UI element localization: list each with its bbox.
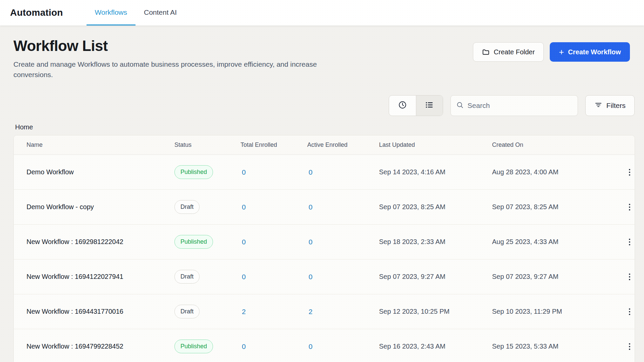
last-updated-date: Sep 18 2023, 2:33 AM xyxy=(379,238,492,246)
column-header-created-on: Created On xyxy=(492,141,613,148)
page-header: Workflow List Create and manage Workflow… xyxy=(0,25,644,80)
created-on-date: Sep 10 2023, 11:29 PM xyxy=(492,308,613,315)
table-row[interactable]: New Workflow : 1694122027941 Draft 0 0 S… xyxy=(14,259,635,294)
workflow-name[interactable]: Demo Workflow - copy xyxy=(14,203,174,211)
last-updated-date: Sep 14 2023, 4:16 AM xyxy=(379,168,492,176)
clock-icon xyxy=(398,101,407,111)
status-badge: Published xyxy=(174,235,213,249)
column-header-name: Name xyxy=(14,141,174,148)
row-actions-menu-icon[interactable] xyxy=(623,341,635,353)
table-row[interactable]: Demo Workflow Published 0 0 Sep 14 2023,… xyxy=(14,155,635,190)
active-enrolled-count[interactable]: 0 xyxy=(307,273,379,281)
created-on-date: Sep 15 2023, 5:33 AM xyxy=(492,343,613,350)
create-workflow-label: Create Workflow xyxy=(568,48,621,56)
created-on-date: Sep 07 2023, 9:27 AM xyxy=(492,273,613,281)
list-icon xyxy=(425,101,434,111)
row-actions-menu-icon[interactable] xyxy=(623,166,635,178)
row-actions-menu-icon[interactable] xyxy=(623,236,635,248)
status-badge: Published xyxy=(174,165,213,179)
search-input[interactable] xyxy=(468,102,572,110)
active-enrolled-count[interactable]: 0 xyxy=(307,168,379,176)
tab-workflows-label: Workflows xyxy=(95,8,127,16)
column-header-active-enrolled: Active Enrolled xyxy=(307,141,379,148)
table-row[interactable]: New Workflow : 1694799228452 Published 0… xyxy=(14,329,635,362)
create-folder-label: Create Folder xyxy=(494,48,535,56)
search-box xyxy=(450,95,578,116)
workflow-list-page: Workflow List Create and manage Workflow… xyxy=(0,25,644,362)
status-badge: Draft xyxy=(174,305,200,318)
status-cell: Published xyxy=(174,340,240,353)
last-updated-date: Sep 07 2023, 9:27 AM xyxy=(379,273,492,281)
table-row[interactable]: New Workflow : 1694431770016 Draft 2 2 S… xyxy=(14,294,635,329)
row-actions-menu-icon[interactable] xyxy=(623,201,635,213)
active-enrolled-count[interactable]: 2 xyxy=(307,308,379,316)
row-actions-menu-icon[interactable] xyxy=(623,306,635,318)
workflow-name[interactable]: New Workflow : 1694799228452 xyxy=(14,343,174,350)
last-updated-date: Sep 07 2023, 8:25 AM xyxy=(379,203,492,211)
workflow-name[interactable]: New Workflow : 1692981222042 xyxy=(14,238,174,246)
create-workflow-button[interactable]: + Create Workflow xyxy=(550,42,630,62)
create-folder-button[interactable]: Create Folder xyxy=(473,42,544,62)
tab-content-ai-label: Content AI xyxy=(144,8,177,16)
table-row[interactable]: New Workflow : 1692981222042 Published 0… xyxy=(14,225,635,259)
page-title: Workflow List xyxy=(13,38,329,54)
history-view-button[interactable] xyxy=(389,96,416,116)
total-enrolled-count[interactable]: 2 xyxy=(240,308,307,316)
search-icon xyxy=(456,101,464,110)
filters-label: Filters xyxy=(606,102,626,110)
tab-content-ai[interactable]: Content AI xyxy=(136,0,185,25)
total-enrolled-count[interactable]: 0 xyxy=(240,273,307,281)
workflow-table: Name Status Total Enrolled Active Enroll… xyxy=(13,135,635,362)
workflow-name[interactable]: New Workflow : 1694431770016 xyxy=(14,308,174,315)
last-updated-date: Sep 12 2023, 10:25 PM xyxy=(379,308,492,315)
plus-icon: + xyxy=(559,48,564,56)
total-enrolled-count[interactable]: 0 xyxy=(240,343,307,351)
active-enrolled-count[interactable]: 0 xyxy=(307,238,379,246)
top-navigation-bar: Automation Workflows Content AI xyxy=(0,0,644,25)
header-actions: Create Folder + Create Workflow xyxy=(473,42,630,80)
workflow-name[interactable]: New Workflow : 1694122027941 xyxy=(14,273,174,281)
total-enrolled-count[interactable]: 0 xyxy=(240,203,307,211)
active-enrolled-count[interactable]: 0 xyxy=(307,343,379,351)
breadcrumb[interactable]: Home xyxy=(15,123,644,131)
page-subtitle: Create and manage Workflows to automate … xyxy=(13,59,329,80)
created-on-date: Aug 25 2023, 4:33 AM xyxy=(492,238,613,246)
table-body: Demo Workflow Published 0 0 Sep 14 2023,… xyxy=(14,155,635,362)
list-toolbar: Filters xyxy=(0,95,644,116)
folder-icon xyxy=(482,48,490,56)
column-header-total-enrolled: Total Enrolled xyxy=(240,141,307,148)
table-header-row: Name Status Total Enrolled Active Enroll… xyxy=(14,135,635,155)
list-view-button[interactable] xyxy=(416,96,443,116)
row-actions-menu-icon[interactable] xyxy=(623,271,635,283)
page-header-text: Workflow List Create and manage Workflow… xyxy=(13,38,329,80)
filters-button[interactable]: Filters xyxy=(585,95,635,116)
status-cell: Draft xyxy=(174,305,240,318)
status-cell: Draft xyxy=(174,270,240,284)
status-badge: Published xyxy=(174,340,213,353)
column-header-status: Status xyxy=(174,141,240,148)
filter-lines-icon xyxy=(594,101,602,111)
status-badge: Draft xyxy=(174,200,200,214)
workflow-name[interactable]: Demo Workflow xyxy=(14,168,174,176)
status-cell: Published xyxy=(174,165,240,179)
status-badge: Draft xyxy=(174,270,200,284)
active-enrolled-count[interactable]: 0 xyxy=(307,203,379,211)
created-on-date: Aug 28 2023, 4:00 AM xyxy=(492,168,613,176)
total-enrolled-count[interactable]: 0 xyxy=(240,238,307,246)
table-row[interactable]: Demo Workflow - copy Draft 0 0 Sep 07 20… xyxy=(14,190,635,225)
tab-workflows[interactable]: Workflows xyxy=(87,0,136,25)
status-cell: Draft xyxy=(174,200,240,214)
view-toggle xyxy=(389,95,443,116)
app-title: Automation xyxy=(10,7,63,18)
last-updated-date: Sep 16 2023, 2:43 AM xyxy=(379,343,492,350)
breadcrumb-home[interactable]: Home xyxy=(15,123,33,131)
total-enrolled-count[interactable]: 0 xyxy=(240,168,307,176)
status-cell: Published xyxy=(174,235,240,249)
column-header-last-updated: Last Updated xyxy=(379,141,492,148)
created-on-date: Sep 07 2023, 8:25 AM xyxy=(492,203,613,211)
